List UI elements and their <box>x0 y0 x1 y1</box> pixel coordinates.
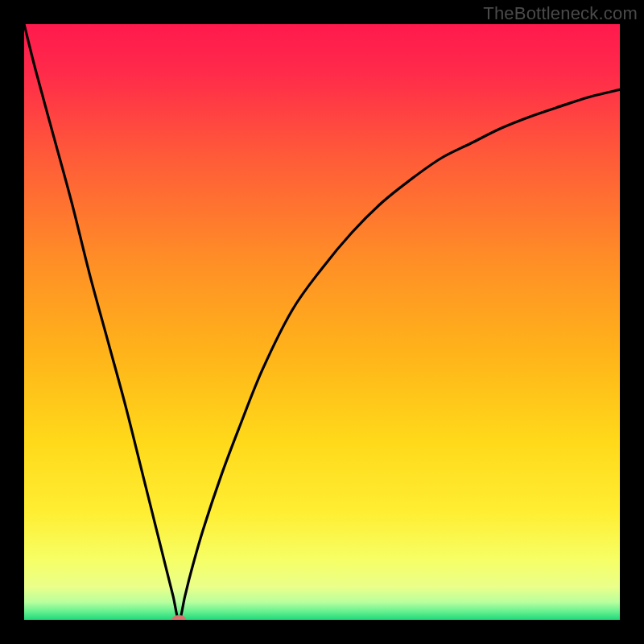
chart-container: TheBottleneck.com <box>0 0 644 644</box>
optimal-marker <box>171 615 186 620</box>
bottleneck-curve <box>24 24 620 620</box>
watermark-label: TheBottleneck.com <box>483 3 638 24</box>
plot-area <box>24 24 620 620</box>
